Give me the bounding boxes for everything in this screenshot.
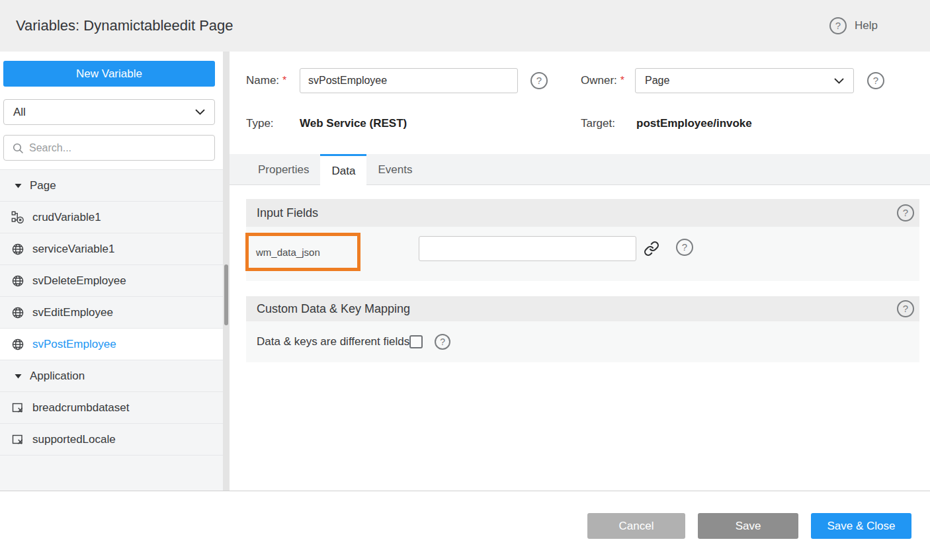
cancel-button[interactable]: Cancel: [587, 513, 685, 539]
variable-filter-value: All: [13, 106, 26, 119]
sidebar-scrollbar-track[interactable]: [223, 52, 230, 491]
crud-variable-icon: [11, 211, 24, 224]
collapse-triangle-icon: [15, 374, 22, 379]
variable-filter-select[interactable]: All: [3, 99, 215, 125]
type-value: Web Service (REST): [300, 114, 407, 134]
tree-item-breadcrumbdataset[interactable]: breadcrumbdataset: [0, 392, 223, 424]
save-button[interactable]: Save: [698, 513, 798, 539]
target-label: Target:: [581, 114, 615, 134]
custom-mapping-help-icon[interactable]: ?: [897, 300, 914, 317]
different-fields-label: Data & keys are different fields: [257, 335, 409, 348]
tree-item-sveditemployee[interactable]: svEditEmployee: [0, 297, 223, 329]
field-help-icon[interactable]: ?: [676, 239, 693, 256]
tree-item-label: supportedLocale: [32, 433, 116, 446]
owner-label: Owner:*: [581, 68, 624, 93]
variable-editor-panel: Name:* ? Owner:* Page ? Type: Web Servic…: [230, 52, 930, 491]
tree-item-label: breadcrumbdataset: [32, 401, 129, 415]
dialog-header: Variables: Dynamictableedit Page ? Help: [0, 0, 930, 52]
variables-tree: Page crudVariable1 serviceVariable1: [0, 169, 223, 491]
custom-mapping-header: Custom Data & Key Mapping ?: [246, 296, 919, 321]
search-icon: [12, 142, 24, 154]
collapse-triangle-icon: [15, 183, 22, 188]
tree-item-label: serviceVariable1: [32, 243, 114, 256]
model-variable-icon: [11, 433, 24, 446]
web-service-icon: [11, 274, 24, 288]
help-label: Help: [855, 19, 878, 32]
dialog-footer: Cancel Save Save & Close: [0, 491, 930, 560]
tree-item-label: svPostEmployee: [32, 338, 116, 351]
tree-group-label: Application: [30, 370, 85, 383]
web-service-icon: [11, 338, 24, 351]
chevron-down-icon: [195, 109, 205, 115]
type-label: Type:: [246, 114, 274, 134]
input-fields-title: Input Fields: [257, 206, 318, 220]
chevron-down-icon: [834, 78, 844, 84]
name-help-icon[interactable]: ?: [530, 72, 548, 89]
tree-item-label: svDeleteEmployee: [32, 274, 126, 288]
different-fields-checkbox[interactable]: [409, 335, 423, 348]
variables-sidebar: New Variable All Page: [0, 52, 230, 491]
custom-mapping-section: Custom Data & Key Mapping ? Data & keys …: [246, 296, 919, 362]
tree-item-label: svEditEmployee: [32, 306, 113, 319]
model-variable-icon: [11, 401, 24, 415]
tree-item-crudvariable1[interactable]: crudVariable1: [0, 202, 223, 233]
search-input[interactable]: [29, 142, 206, 154]
input-fields-help-icon[interactable]: ?: [897, 204, 914, 221]
help-icon: ?: [829, 17, 847, 34]
tree-group-application[interactable]: Application: [0, 360, 223, 392]
custom-mapping-title: Custom Data & Key Mapping: [257, 302, 410, 316]
page-title: Variables: Dynamictableedit Page: [16, 0, 233, 52]
web-service-icon: [11, 243, 24, 256]
tab-events[interactable]: Events: [366, 154, 423, 185]
target-value: postEmployee/invoke: [636, 114, 752, 134]
sidebar-scrollbar-thumb[interactable]: [224, 264, 228, 325]
tree-item-label: crudVariable1: [32, 211, 101, 224]
help-button[interactable]: ? Help: [829, 0, 878, 52]
tree-group-page[interactable]: Page: [0, 170, 223, 202]
required-asterisk: *: [620, 75, 624, 87]
web-service-icon: [11, 306, 24, 319]
field-name-label: wm_data_json: [256, 247, 320, 258]
tab-bar: Properties Data Events: [230, 154, 930, 185]
tab-properties[interactable]: Properties: [247, 154, 320, 185]
field-value-input[interactable]: [419, 236, 636, 261]
input-fields-header: Input Fields ?: [246, 199, 919, 227]
checkbox-help-icon[interactable]: ?: [435, 334, 450, 350]
tree-item-svdeleteemployee[interactable]: svDeleteEmployee: [0, 265, 223, 297]
variable-search: [3, 135, 215, 161]
save-and-close-button[interactable]: Save & Close: [811, 513, 911, 539]
bind-link-icon[interactable]: [644, 241, 659, 257]
required-asterisk: *: [282, 75, 286, 87]
custom-mapping-body: Data & keys are different fields ?: [246, 321, 919, 362]
owner-select[interactable]: Page: [635, 68, 854, 93]
tree-item-svpostemployee[interactable]: svPostEmployee: [0, 329, 223, 360]
tree-item-supportedlocale[interactable]: supportedLocale: [0, 424, 223, 456]
input-fields-body: wm_data_json ?: [246, 227, 919, 281]
tree-group-label: Page: [30, 179, 56, 192]
name-input[interactable]: [300, 68, 518, 93]
footer-buttons: Cancel Save Save & Close: [587, 513, 911, 539]
owner-help-icon[interactable]: ?: [867, 72, 884, 89]
tab-data[interactable]: Data: [320, 154, 366, 186]
tree-item-servicevariable1[interactable]: serviceVariable1: [0, 233, 223, 265]
field-name-highlight: wm_data_json: [245, 233, 360, 271]
new-variable-button[interactable]: New Variable: [3, 61, 215, 87]
owner-select-value: Page: [645, 75, 669, 87]
input-fields-section: Input Fields ? wm_data_json ?: [246, 199, 919, 281]
name-label: Name:*: [246, 68, 286, 93]
